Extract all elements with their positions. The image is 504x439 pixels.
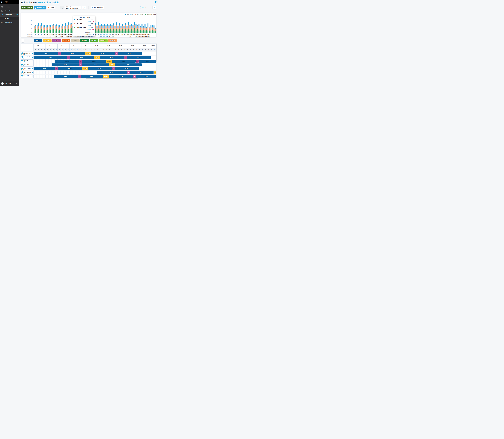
gantt-segment-break[interactable]: BR xyxy=(112,67,115,70)
timeline-hour-cell[interactable]: 15:00 xyxy=(90,44,102,48)
timeline-quarter-cell[interactable]: :45 xyxy=(51,48,54,51)
timeline-quarter-cell[interactable]: :30 xyxy=(120,48,123,51)
question-icon[interactable]: ? xyxy=(21,64,23,65)
timeline-quarter-cell[interactable]: :15 xyxy=(153,48,156,51)
chart-bar-required[interactable] xyxy=(97,26,98,33)
chart-bar-staffed[interactable] xyxy=(125,23,126,33)
timeline-quarter-cell[interactable]: :45 xyxy=(111,48,114,51)
sidebar-item-studio[interactable]: Studio xyxy=(0,17,19,20)
chart-bar-staffed[interactable] xyxy=(44,25,45,33)
chart-bar-required[interactable] xyxy=(111,25,113,33)
question-icon[interactable]: ? xyxy=(21,60,23,61)
timeline-quarter-cell[interactable]: :30 xyxy=(72,48,76,51)
timeline-hour-cell[interactable]: 14:00 xyxy=(78,44,90,48)
type-button-meeting[interactable]: MEETING xyxy=(90,39,98,42)
gantt-segment-lunch[interactable]: LUNCH xyxy=(94,56,100,59)
chart-bar-staffed[interactable] xyxy=(41,23,42,33)
gantt-segment-work[interactable]: WORK xyxy=(54,75,78,78)
timeline-quarter-cell[interactable]: :00 xyxy=(78,48,81,51)
chart-bar-staffed[interactable] xyxy=(143,26,144,33)
chart-bar-staffed[interactable] xyxy=(65,23,66,33)
chart-bar-staffed[interactable] xyxy=(128,22,129,33)
timeline-quarter-cell[interactable]: :15 xyxy=(57,48,61,51)
gantt-segment-work[interactable]: WORK xyxy=(136,75,156,78)
chart-bar-staffed[interactable] xyxy=(113,24,114,33)
chart-bar-required[interactable] xyxy=(55,25,56,33)
gantt-segment-break[interactable]: BR xyxy=(67,56,70,59)
person-icon[interactable] xyxy=(32,60,33,61)
chart-bar-staffed[interactable] xyxy=(35,25,36,33)
timeline-quarter-cell[interactable]: :00 xyxy=(126,48,129,51)
timeline-hour-cell[interactable]: 17:00 xyxy=(114,44,126,48)
chart-bar-required[interactable] xyxy=(102,25,104,33)
gantt-segment-work[interactable]: WORK xyxy=(118,52,142,55)
timeline-quarter-cell[interactable]: :00 xyxy=(90,48,93,51)
timeline-quarter-cell[interactable]: :00 xyxy=(150,48,153,51)
chart-bar-required[interactable] xyxy=(132,25,134,33)
timeline-quarter-cell[interactable]: :30 xyxy=(144,48,147,51)
chart-bar-required[interactable] xyxy=(114,26,116,33)
type-button-vacation[interactable]: VACATION xyxy=(62,39,70,42)
add-persons-button[interactable]: +Add Person(s) xyxy=(91,6,104,10)
person-icon[interactable] xyxy=(32,56,33,58)
timeline-quarter-cell[interactable]: :45 xyxy=(87,48,90,51)
gantt-segment-break[interactable]: BR xyxy=(58,52,61,55)
chart-bar-required[interactable] xyxy=(63,26,65,33)
vertical-scrollbar[interactable] xyxy=(156,44,157,78)
gantt-segment-lunch[interactable]: LUNCH xyxy=(106,60,112,62)
gantt-segment-lunch[interactable]: LUNCH xyxy=(85,52,91,55)
chart-bar-required[interactable] xyxy=(120,26,122,33)
timeline-quarter-cell[interactable]: :30 xyxy=(84,48,88,51)
undo-chevron-icon[interactable]: ❮ xyxy=(139,6,141,8)
legend-item[interactable]: B2C Sales xyxy=(135,13,143,15)
chart-bar-staffed[interactable] xyxy=(50,25,51,33)
type-button-work[interactable]: WORK xyxy=(34,39,42,42)
gantt-segment-work[interactable]: WORK xyxy=(115,63,142,66)
update-schedule-button[interactable]: Update Schedule xyxy=(21,6,33,10)
sidebar-item-forecasting[interactable]: Forecasting ❯ xyxy=(0,9,19,13)
chart-bar-staffed[interactable] xyxy=(116,23,117,33)
sidebar-item-scheduling[interactable]: Scheduling ❯ xyxy=(0,13,19,17)
person-icon[interactable] xyxy=(32,68,33,69)
chart-bar-required[interactable] xyxy=(99,25,101,33)
more-options-button[interactable] xyxy=(22,39,24,42)
question-icon[interactable]: ? xyxy=(21,52,23,54)
person-card[interactable]: ?Logan Sama... xyxy=(21,71,34,74)
gantt-segment-break[interactable]: BR xyxy=(55,67,58,70)
gantt-segment-break[interactable]: BR xyxy=(78,75,81,78)
timeline-quarter-cell[interactable]: :45 xyxy=(123,48,126,51)
previous-step-button[interactable]: ❮Previous step xyxy=(34,6,46,10)
chart-bar-required[interactable] xyxy=(123,26,125,33)
chart-bar-required[interactable] xyxy=(70,24,71,33)
chart-bar-staffed[interactable] xyxy=(137,25,138,33)
timeline-quarter-cell[interactable]: :15 xyxy=(81,48,84,51)
gantt-segment-work[interactable]: WORK xyxy=(52,63,79,66)
gantt-segment-work[interactable]: WORK xyxy=(58,67,82,70)
scroll-edge-tab[interactable] xyxy=(20,39,20,42)
timeline-quarter-cell[interactable]: :30 xyxy=(49,48,51,51)
gantt-segment-lunch[interactable]: LUNCH xyxy=(109,63,115,66)
chart-bar-required[interactable] xyxy=(153,25,154,33)
gantt-row[interactable]: WORKBRWORKLUNCHWORKBRWORK xyxy=(34,52,156,55)
question-icon[interactable]: ? xyxy=(21,71,23,73)
type-button-break[interactable]: BREAK xyxy=(52,39,61,42)
timeline-quarter-cell[interactable]: :45 xyxy=(39,48,43,51)
timeline-quarter-cell[interactable]: :15 xyxy=(34,48,37,51)
chart-bar-staffed[interactable] xyxy=(101,24,102,33)
chart-bar-staffed[interactable] xyxy=(98,22,99,33)
gantt-segment-work[interactable]: WORK xyxy=(82,63,109,66)
history-icon[interactable]: ↺ xyxy=(142,6,144,8)
question-icon[interactable]: ? xyxy=(21,68,23,69)
chart-bar-staffed[interactable] xyxy=(62,24,63,33)
chart-bar-required[interactable] xyxy=(108,25,110,33)
question-icon[interactable]: ? xyxy=(21,75,23,77)
chart-bar-required[interactable] xyxy=(34,26,35,33)
timeline-hour-cell[interactable]: 16:00 xyxy=(102,44,114,48)
legend-item[interactable]: B2B Sales xyxy=(125,13,133,15)
type-button-one-on-one[interactable]: ONE ON ONE xyxy=(99,39,108,42)
person-card[interactable]: ?Black John xyxy=(21,63,34,67)
timeline-quarter-cell[interactable]: :00 xyxy=(102,48,105,51)
gantt-segment-lunch[interactable]: LUNCH xyxy=(103,75,109,78)
selected-date-field[interactable]: Selected date 2020-12-07 (Monday) xyxy=(65,6,81,10)
chart-bar-required[interactable] xyxy=(141,24,142,33)
